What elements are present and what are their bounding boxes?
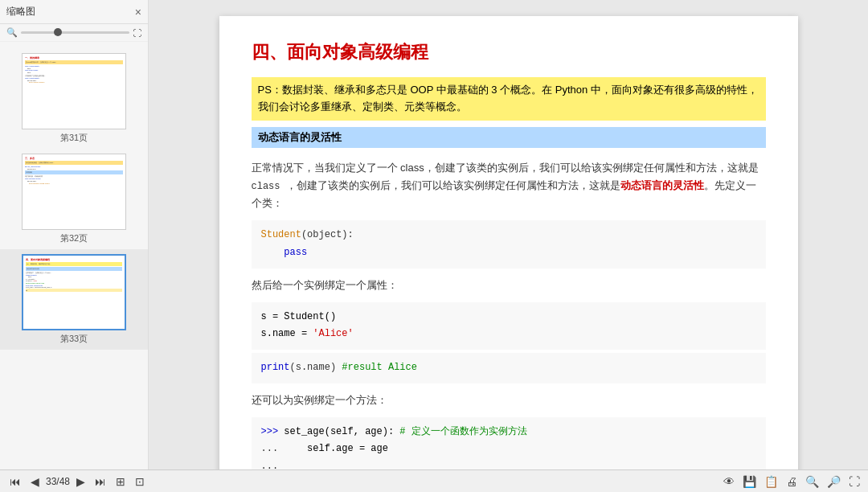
highlight-ps-block: PS：数据封装、继承和多态只是 OOP 中最基础的 3 个概念。在 Python… bbox=[252, 77, 766, 121]
copy-icon[interactable]: 📋 bbox=[763, 474, 780, 490]
code-block-1: Student(object): pass bbox=[252, 220, 766, 268]
thumbnail-img-33: 四、面向对象高级编程 PS：数据封装、继承和多态只是... 动态语言的灵活性 正… bbox=[22, 254, 126, 330]
sidebar-title: 缩略图 bbox=[6, 5, 35, 18]
app-container: 缩略图 × 🔍 ⛶ 一、类的继承 在OOP程序设计中，当我 bbox=[0, 0, 868, 492]
code-class-inline: class bbox=[252, 181, 286, 192]
toolbar-right: 👁 💾 📋 🖨 🔍 🔎 ⛶ bbox=[722, 474, 862, 490]
sidebar: 缩略图 × 🔍 ⛶ 一、类的继承 在OOP程序设计中，当我 bbox=[0, 0, 149, 469]
close-sidebar-button[interactable]: × bbox=[135, 6, 141, 18]
fullscreen-icon[interactable]: ⛶ bbox=[847, 474, 862, 490]
thumbnail-page-32[interactable]: 三、多态 多态的好处就是，当我们需要传入Dog... def run_twice… bbox=[0, 149, 148, 249]
thumb-content-31: 一、类的继承 在OOP程序设计中，当我们定义一个class... class A… bbox=[23, 54, 125, 129]
code-block-print: print(s.name) #result Alice bbox=[252, 353, 766, 383]
last-page-button[interactable]: ⏭ bbox=[92, 474, 109, 490]
page-document: 四、面向对象高级编程 PS：数据封装、继承和多态只是 OOP 中最基础的 3 个… bbox=[219, 16, 798, 469]
para-2: 然后给一个实例绑定一个属性： bbox=[252, 272, 766, 299]
code-set-age-body: ... self.age = age bbox=[261, 441, 756, 458]
thumbnail-page-33[interactable]: 四、面向对象高级编程 PS：数据封装、继承和多态只是... 动态语言的灵活性 正… bbox=[0, 249, 148, 350]
thumbnail-img-31: 一、类的继承 在OOP程序设计中，当我们定义一个class... class A… bbox=[22, 53, 126, 129]
code-set-age-def: >>> set_age(self, age): # 定义一个函数作为实例方法 bbox=[261, 424, 756, 441]
fit-page-button[interactable]: ⊞ bbox=[113, 474, 129, 490]
code-block-3: >>> set_age(self, age): # 定义一个函数作为实例方法 .… bbox=[252, 417, 766, 469]
section-dynamic-title: 动态语言的灵活性 bbox=[252, 127, 766, 148]
bold-dynamic: 动态语言的灵活性 bbox=[620, 179, 704, 191]
page-info: 33/48 bbox=[46, 476, 70, 487]
code-dots: ... bbox=[261, 458, 756, 469]
eye-icon[interactable]: 👁 bbox=[722, 474, 736, 490]
bottom-toolbar: ⏮ ◀ 33/48 ▶ ⏭ ⊞ ⊡ 👁 💾 📋 🖨 🔍 🔎 ⛶ bbox=[0, 469, 868, 492]
thumbnail-label-31: 第31页 bbox=[60, 132, 88, 144]
para-1: 正常情况下，当我们定义了一个 class，创建了该类的实例后，我们可以给该实例绑… bbox=[252, 154, 766, 218]
code-line-student: Student(object): bbox=[261, 227, 756, 244]
thumb-content-32: 三、多态 多态的好处就是，当我们需要传入Dog... def run_twice… bbox=[23, 154, 125, 229]
para-3: 还可以为实例绑定一个方法： bbox=[252, 387, 766, 414]
thumbnail-page-31[interactable]: 一、类的继承 在OOP程序设计中，当我们定义一个class... class A… bbox=[0, 48, 148, 149]
save-icon[interactable]: 💾 bbox=[741, 474, 758, 490]
zoom-in-toolbar-icon[interactable]: 🔎 bbox=[825, 474, 842, 490]
code-s-student: s = Student() bbox=[261, 309, 756, 326]
thumbnail-label-33: 第33页 bbox=[60, 333, 88, 345]
content-area: 四、面向对象高级编程 PS：数据封装、继承和多态只是 OOP 中最基础的 3 个… bbox=[149, 0, 868, 469]
thumb-content-33: 四、面向对象高级编程 PS：数据封装、继承和多态只是... 动态语言的灵活性 正… bbox=[23, 256, 125, 329]
print-icon[interactable]: 🖨 bbox=[784, 474, 799, 490]
zoom-out-toolbar-icon[interactable]: 🔍 bbox=[804, 474, 821, 490]
fit-width-button[interactable]: ⊡ bbox=[132, 474, 148, 490]
thumbnail-img-32: 三、多态 多态的好处就是，当我们需要传入Dog... def run_twice… bbox=[22, 154, 126, 230]
thumbnail-list: 一、类的继承 在OOP程序设计中，当我们定义一个class... class A… bbox=[0, 42, 148, 469]
zoom-slider[interactable] bbox=[21, 31, 129, 34]
code-block-2: s = Student() s.name = 'Alice' bbox=[252, 302, 766, 350]
zoom-out-icon[interactable]: 🔍 bbox=[6, 27, 18, 38]
first-page-button[interactable]: ⏮ bbox=[6, 474, 24, 490]
main-area: 缩略图 × 🔍 ⛶ 一、类的继承 在OOP程序设计中，当我 bbox=[0, 0, 868, 469]
para1-after: ，创建了该类的实例后，我们可以给该实例绑定任何属性和方法，这就是 bbox=[286, 179, 620, 191]
zoom-thumb bbox=[54, 28, 62, 36]
code-print-line: print(s.name) #result Alice bbox=[261, 359, 756, 377]
para1-text: 正常情况下，当我们定义了一个 class，创建了该类的实例后，我们可以给该实例绑… bbox=[252, 162, 759, 174]
next-page-button[interactable]: ▶ bbox=[73, 474, 88, 490]
prev-page-button[interactable]: ◀ bbox=[27, 474, 43, 490]
code-s-name: s.name = 'Alice' bbox=[261, 326, 756, 343]
page-title: 四、面向对象高级编程 bbox=[252, 40, 766, 64]
expand-icon[interactable]: ⛶ bbox=[133, 28, 141, 38]
thumbnail-label-32: 第32页 bbox=[60, 232, 88, 244]
sidebar-header: 缩略图 × bbox=[0, 0, 148, 24]
sidebar-zoom-bar: 🔍 ⛶ bbox=[0, 24, 148, 42]
toolbar-left: ⏮ ◀ 33/48 ▶ ⏭ ⊞ ⊡ bbox=[6, 474, 148, 490]
code-line-pass: pass bbox=[261, 244, 756, 262]
